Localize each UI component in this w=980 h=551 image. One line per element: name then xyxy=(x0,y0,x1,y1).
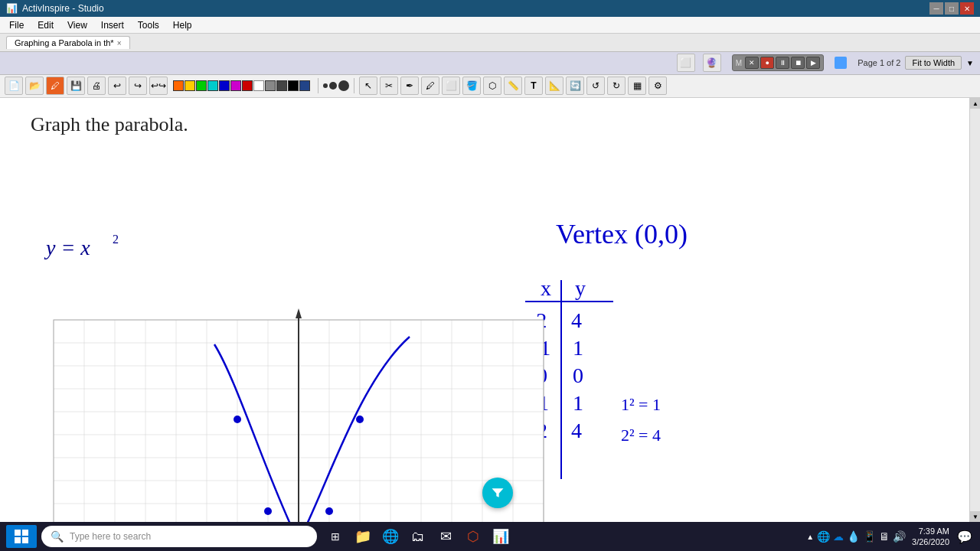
grid-tool[interactable]: ▦ xyxy=(628,77,646,95)
magic-button[interactable]: 🔮 xyxy=(703,54,721,72)
undo-button[interactable]: ↩ xyxy=(108,77,126,95)
tray-onedrive[interactable]: ☁ xyxy=(833,530,844,543)
color-blue[interactable] xyxy=(219,80,230,91)
menu-bar: File Edit View Insert Tools Help xyxy=(0,17,980,34)
minimize-button[interactable]: ─ xyxy=(929,2,943,15)
title-bar: 📊 ActivInspire - Studio ─ □ ✕ xyxy=(0,0,980,17)
taskbar-activinspire[interactable]: 📊 xyxy=(490,526,511,547)
color-darkgray[interactable] xyxy=(276,80,287,91)
rotate-left-tool[interactable]: ↺ xyxy=(586,77,605,95)
svg-rect-53 xyxy=(15,530,21,536)
recorder-play-button[interactable]: ▶ xyxy=(806,57,820,69)
color-red[interactable] xyxy=(242,80,253,91)
color-gray[interactable] xyxy=(265,80,276,91)
highlighter-tool[interactable]: 🖊 xyxy=(421,77,439,95)
tray-network[interactable]: 🌐 xyxy=(817,530,830,543)
fit-to-width-button[interactable]: Fit to Width xyxy=(905,56,962,70)
clock[interactable]: 7:39 AM 3/26/2020 xyxy=(912,526,949,548)
taskbar-file-explorer[interactable]: 📁 xyxy=(352,526,374,547)
menu-view[interactable]: View xyxy=(61,18,93,32)
document-tab[interactable]: Graphing a Parabola in th* × xyxy=(6,36,130,49)
right-scrollbar[interactable]: ▲ ▼ xyxy=(969,98,980,522)
save-button[interactable]: 💾 xyxy=(67,77,85,95)
color-green[interactable] xyxy=(196,80,207,91)
tray-tablet[interactable]: 📱 xyxy=(863,530,876,543)
toolbar-separator-1 xyxy=(318,78,318,93)
filter-button[interactable] xyxy=(482,478,513,508)
activpen-button[interactable]: 🖊 xyxy=(46,77,64,95)
text-tool[interactable]: T xyxy=(524,77,543,95)
maximize-button[interactable]: □ xyxy=(945,2,959,15)
scroll-up-arrow[interactable]: ▲ xyxy=(970,98,980,109)
point-1 xyxy=(325,507,333,515)
menu-help[interactable]: Help xyxy=(167,18,198,32)
menu-file[interactable]: File xyxy=(3,18,30,32)
taskbar-email[interactable]: ✉ xyxy=(435,526,456,547)
tray-speaker[interactable]: 🔊 xyxy=(893,530,906,543)
menu-insert[interactable]: Insert xyxy=(95,18,130,32)
color-orange[interactable] xyxy=(173,80,184,91)
color-white[interactable] xyxy=(253,80,264,91)
toolbar-separator-2 xyxy=(354,78,354,93)
recorder-stop-button[interactable]: ⏹ xyxy=(791,57,805,69)
clock-time: 7:39 AM xyxy=(912,526,949,536)
rotate-tool[interactable]: 🔄 xyxy=(566,77,584,95)
menu-tools[interactable]: Tools xyxy=(132,18,165,32)
scissors-tool[interactable]: ✂ xyxy=(380,77,398,95)
ruler-tool[interactable]: 📐 xyxy=(545,77,564,95)
system-tray: ▲ 🌐 ☁ 💧 📱 🖥 🔊 xyxy=(806,530,906,543)
open-button[interactable]: 📂 xyxy=(25,77,44,95)
scroll-down-arrow[interactable]: ▼ xyxy=(970,511,980,522)
point-neg2 xyxy=(234,416,241,423)
rotate-right-tool[interactable]: ↻ xyxy=(607,77,626,95)
svg-rect-55 xyxy=(15,537,21,543)
color-cyan[interactable] xyxy=(207,80,218,91)
redo-button[interactable]: ↪ xyxy=(129,77,147,95)
pen-medium[interactable] xyxy=(329,82,337,90)
print-button[interactable]: 🖨 xyxy=(87,77,106,95)
start-button[interactable] xyxy=(6,525,37,548)
tray-dropbox[interactable]: 💧 xyxy=(847,530,860,543)
recorder-record-button[interactable]: ● xyxy=(760,57,774,69)
shape-tool[interactable]: ⬡ xyxy=(483,77,501,95)
svg-text:y = x: y = x xyxy=(44,236,90,259)
window-controls[interactable]: ─ □ ✕ xyxy=(929,2,974,15)
taskbar-ie[interactable]: 🌐 xyxy=(380,526,401,547)
color-black[interactable] xyxy=(288,80,299,91)
task-view-button[interactable]: ⊞ xyxy=(325,526,346,547)
fill-tool[interactable]: 🪣 xyxy=(462,77,481,95)
settings-tool[interactable]: ⚙ xyxy=(648,77,667,95)
new-button[interactable]: 📄 xyxy=(5,77,23,95)
pen-tool[interactable]: ✒ xyxy=(400,77,419,95)
tray-monitor[interactable]: 🖥 xyxy=(879,530,890,543)
search-bar[interactable]: 🔍 Type here to search xyxy=(41,526,317,547)
taskbar-office[interactable]: ⬡ xyxy=(462,526,484,547)
fit-dropdown-arrow[interactable]: ▼ xyxy=(966,59,974,67)
pen-small[interactable] xyxy=(323,83,328,88)
pen-large[interactable] xyxy=(338,80,349,91)
color-yellow[interactable] xyxy=(185,80,195,91)
line-tool[interactable]: 📏 xyxy=(504,77,522,95)
menu-edit[interactable]: Edit xyxy=(31,18,60,32)
notification-button[interactable]: 💬 xyxy=(956,527,974,546)
svg-text:2: 2 xyxy=(113,233,119,246)
taskbar-folder[interactable]: 🗂 xyxy=(407,526,429,547)
scroll-track[interactable] xyxy=(970,109,980,511)
color-purple[interactable] xyxy=(230,80,241,91)
eraser-tool[interactable]: ⬜ xyxy=(442,77,460,95)
taskbar-pinned-icons: ⊞ 📁 🌐 🗂 ✉ ⬡ 📊 xyxy=(325,526,511,547)
recorder-pause-button[interactable]: ⏸ xyxy=(776,57,789,69)
canvas-area: Graph the parabola. y = x 2 Vertex (0,0)… xyxy=(0,98,969,522)
svg-rect-54 xyxy=(22,530,28,536)
title-text: Graph the parabola. xyxy=(31,113,188,135)
activengage-icon[interactable] xyxy=(835,57,847,69)
close-button[interactable]: ✕ xyxy=(960,2,974,15)
point-neg1 xyxy=(264,507,272,515)
recorder-close-button[interactable]: ✕ xyxy=(745,57,759,69)
redo2-button[interactable]: ↩↪ xyxy=(149,77,168,95)
select-tool[interactable]: ↖ xyxy=(359,77,377,95)
tab-close-button[interactable]: × xyxy=(117,39,122,47)
tray-arrow[interactable]: ▲ xyxy=(806,533,814,541)
color-navy[interactable] xyxy=(299,80,310,91)
whiteboard-button[interactable]: ⬜ xyxy=(677,54,695,72)
